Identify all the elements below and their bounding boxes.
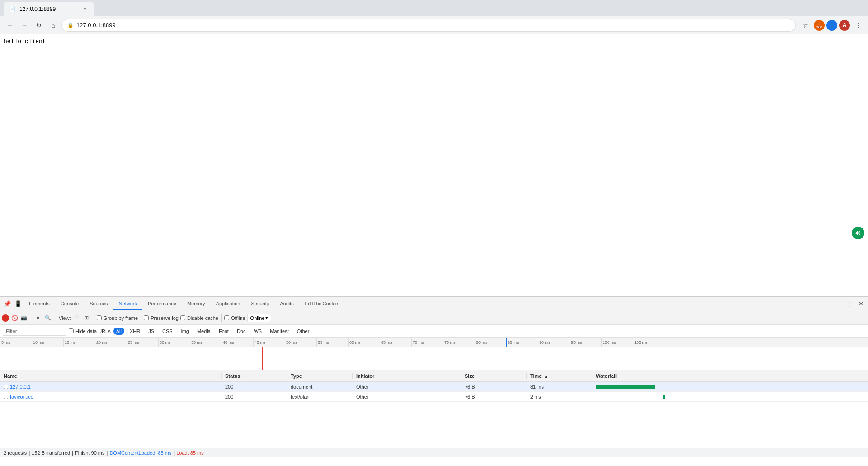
timeline-45ms: 45 ms: [253, 338, 285, 347]
emoji-avatar[interactable]: 🦊: [814, 20, 825, 31]
filter-input[interactable]: [3, 327, 66, 336]
timeline-40ms: 40 ms: [222, 338, 253, 347]
hide-data-urls-label[interactable]: Hide data URLs: [69, 328, 111, 334]
back-button[interactable]: ←: [4, 19, 16, 32]
home-button[interactable]: ⌂: [47, 19, 60, 32]
page-content: hello client: [0, 34, 868, 289]
profile-avatar[interactable]: 👤: [826, 20, 837, 31]
tab-memory[interactable]: Memory: [182, 298, 211, 310]
load-time: Load: 85 ms: [176, 450, 204, 456]
timeline-area: [0, 347, 868, 370]
tab-close-button[interactable]: ✕: [81, 5, 89, 13]
address-bar[interactable]: 🔒 127.0.0.1:8899: [61, 19, 796, 32]
devtools-close-icon[interactable]: ✕: [855, 299, 866, 309]
row-2-type: text/plan: [287, 394, 353, 399]
timeline-header: 5 ms 10 ms 15 ms 20 ms 25 ms 30 ms 35 ms…: [0, 338, 868, 347]
tab-sources[interactable]: Sources: [84, 298, 113, 310]
offline-label[interactable]: Offline: [224, 315, 245, 321]
chevron-down-icon: ▾: [265, 315, 268, 321]
row-2-status: 200: [222, 394, 287, 399]
record-button[interactable]: [2, 314, 9, 322]
table-row[interactable]: favicon.ico 200 text/plan Other 76 B 2 m…: [0, 392, 868, 402]
col-status[interactable]: Status: [222, 373, 287, 379]
devtools-inspect-icon[interactable]: 📌: [2, 299, 13, 309]
row-1-status: 200: [222, 384, 287, 390]
camera-icon[interactable]: 📷: [20, 314, 28, 322]
tab-editthiscookie[interactable]: EditThisCookie: [299, 298, 344, 310]
search-icon[interactable]: 🔍: [44, 314, 52, 322]
preserve-log-checkbox[interactable]: [144, 315, 149, 320]
menu-button[interactable]: ⋮: [852, 19, 864, 32]
grid-view-button[interactable]: ⊞: [83, 314, 91, 322]
filter-ws-button[interactable]: WS: [251, 328, 264, 335]
filter-media-button[interactable]: Media: [194, 328, 213, 335]
filter-img-button[interactable]: Img: [178, 328, 192, 335]
filter-xhr-button[interactable]: XHR: [127, 328, 143, 335]
tab-network[interactable]: Network: [113, 298, 142, 310]
filter-other-button[interactable]: Other: [294, 328, 312, 335]
col-waterfall[interactable]: Waterfall: [592, 373, 868, 379]
filter-all-button[interactable]: All: [113, 328, 124, 335]
row-1-checkbox[interactable]: [4, 385, 8, 389]
row-2-checkbox[interactable]: [4, 395, 8, 399]
timeline-75ms: 75 ms: [443, 338, 475, 347]
timeline-60ms: 60 ms: [348, 338, 380, 347]
dom-loaded-time: DOMContentLoaded: 85 ms: [109, 450, 171, 456]
toolbar-divider-2: [55, 314, 55, 322]
timeline-85ms: 85 ms: [506, 338, 538, 347]
devtools-actions: ⋮ ✕: [844, 299, 866, 309]
filter-font-button[interactable]: Font: [216, 328, 231, 335]
timeline-15ms: 15 ms: [63, 338, 95, 347]
tab-console[interactable]: Console: [55, 298, 84, 310]
disable-cache-checkbox[interactable]: [180, 315, 185, 320]
filter-icon[interactable]: ▼: [34, 314, 42, 322]
tab-elements[interactable]: Elements: [24, 298, 55, 310]
tab-audits[interactable]: Audits: [274, 298, 299, 310]
table-row[interactable]: 127.0.0.1 200 document Other 76 B 81 ms: [0, 382, 868, 392]
sort-arrow-icon: ▲: [544, 374, 548, 379]
tab-performance[interactable]: Performance: [142, 298, 182, 310]
row-2-waterfall: [592, 395, 868, 399]
tab-application[interactable]: Application: [211, 298, 246, 310]
devtools-settings-icon[interactable]: ⋮: [844, 299, 854, 309]
toolbar-divider-5: [221, 314, 222, 322]
nav-bar: ← → ↻ ⌂ 🔒 127.0.0.1:8899 ☆ 🦊 👤 A ⋮: [0, 16, 868, 34]
preserve-log-label[interactable]: Preserve log: [144, 315, 179, 321]
col-size[interactable]: Size: [461, 373, 527, 379]
filter-css-button[interactable]: CSS: [160, 328, 175, 335]
group-by-frame-checkbox[interactable]: [97, 315, 102, 320]
devtools-panel: 📌 📱 Elements Console Sources Network Per…: [0, 296, 868, 457]
bookmark-button[interactable]: ☆: [799, 19, 812, 32]
offline-checkbox[interactable]: [224, 315, 229, 320]
row-2-name: favicon.ico: [0, 394, 222, 399]
row-2-initiator: Other: [353, 394, 461, 399]
col-name[interactable]: Name: [0, 373, 222, 379]
browser-tab[interactable]: 📄 127.0.0.1:8899 ✕: [4, 2, 94, 16]
filter-doc-button[interactable]: Doc: [234, 328, 249, 335]
throttle-dropdown[interactable]: Online ▾: [247, 314, 272, 322]
disable-cache-label[interactable]: Disable cache: [180, 315, 218, 321]
hide-data-urls-checkbox[interactable]: [69, 328, 74, 333]
list-view-button[interactable]: ☰: [73, 314, 81, 322]
row-1-waterfall-bar: [596, 385, 655, 389]
separator-3: |: [107, 450, 108, 456]
account-avatar[interactable]: A: [839, 20, 850, 31]
col-time[interactable]: Time ▲: [527, 373, 592, 379]
col-initiator[interactable]: Initiator: [353, 373, 461, 379]
tab-favicon: 📄: [9, 6, 16, 12]
clear-button[interactable]: 🚫: [11, 314, 18, 322]
col-type[interactable]: Type: [287, 373, 353, 379]
timeline-labels: 5 ms 10 ms 15 ms 20 ms 25 ms 30 ms 35 ms…: [0, 338, 868, 347]
timeline-35ms: 35 ms: [190, 338, 222, 347]
timeline-100ms: 100 ms: [601, 338, 633, 347]
filter-manifest-button[interactable]: Manifest: [267, 328, 292, 335]
row-2-size: 76 B: [461, 394, 527, 399]
network-toolbar: 🚫 📷 ▼ 🔍 View: ☰ ⊞ Group by frame Preserv…: [0, 311, 868, 325]
filter-js-button[interactable]: JS: [146, 328, 157, 335]
group-by-frame-label[interactable]: Group by frame: [97, 315, 138, 321]
forward-button[interactable]: →: [18, 19, 31, 32]
devtools-device-icon[interactable]: 📱: [13, 299, 24, 309]
tab-security[interactable]: Security: [245, 298, 274, 310]
new-tab-button[interactable]: +: [98, 4, 110, 16]
reload-button[interactable]: ↻: [33, 19, 45, 32]
